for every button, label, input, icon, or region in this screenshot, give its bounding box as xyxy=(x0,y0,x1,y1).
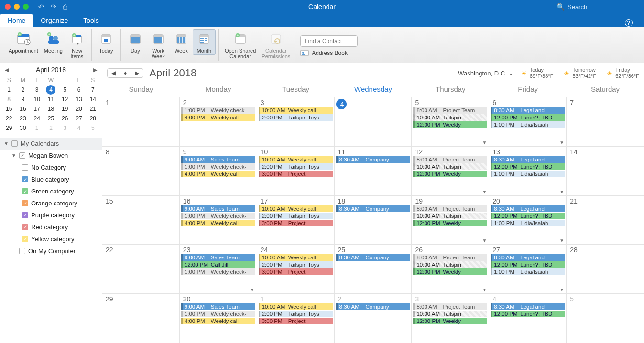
checkbox-icon[interactable]: ✓ xyxy=(22,188,28,194)
event[interactable]: 12:00 PMWeekly xyxy=(413,171,487,177)
help-icon[interactable]: ? xyxy=(625,19,633,27)
event[interactable]: 10:00 AMTailspin xyxy=(413,163,487,170)
event[interactable]: 8:30 AMLegal and xyxy=(491,254,565,261)
open-shared-calendar-button[interactable]: + Open Shared Calendar xyxy=(222,29,259,61)
day-cell[interactable]: 1 xyxy=(102,97,180,147)
mini-day[interactable]: 3 xyxy=(58,123,72,133)
event[interactable]: 8:30 AMLegal and xyxy=(491,156,565,163)
more-events-icon[interactable]: ▼ xyxy=(559,287,564,292)
mini-day[interactable]: 18 xyxy=(44,104,58,114)
event[interactable]: 12:00 PMWeekly xyxy=(413,268,487,275)
mini-day[interactable]: 15 xyxy=(2,104,16,114)
next-month-icon[interactable]: ▶ xyxy=(93,67,97,73)
mini-day[interactable]: 29 xyxy=(2,123,16,133)
new-items-button[interactable]: +▾ New Items xyxy=(65,29,88,61)
mini-day[interactable]: 5 xyxy=(58,85,72,95)
event[interactable]: 9:00 AMSales Team xyxy=(181,156,255,163)
mini-day[interactable]: 12 xyxy=(58,95,72,104)
search-input[interactable] xyxy=(568,3,639,11)
day-cell[interactable]: 28:30 AMCompany xyxy=(335,294,412,343)
redo-icon[interactable]: ↷ xyxy=(51,3,56,11)
event[interactable]: 10:00 AMTailspin xyxy=(413,311,487,317)
day-cell[interactable]: 29 xyxy=(102,294,180,343)
day-cell[interactable]: 38:00 AMProject Team10:00 AMTailspin12:0… xyxy=(412,294,489,343)
day-cell[interactable]: 15 xyxy=(102,196,180,245)
mini-day[interactable]: 1 xyxy=(2,85,16,95)
mini-day[interactable]: 3 xyxy=(30,85,44,95)
event[interactable]: 10:00 AMTailspin xyxy=(413,213,487,219)
maximize-window-icon[interactable] xyxy=(23,4,29,10)
address-book-button[interactable]: Address Book xyxy=(300,50,358,56)
checkbox-icon[interactable]: ✓ xyxy=(22,224,28,230)
prev-month-icon[interactable]: ◀ xyxy=(5,67,9,73)
event[interactable]: 2:00 PMTailspin Toys xyxy=(259,163,333,170)
day-cell[interactable]: 22 xyxy=(102,245,180,294)
event[interactable]: 8:00 AMProject Team xyxy=(413,205,487,212)
checkbox-icon[interactable]: ✓ xyxy=(22,200,28,206)
day-cell[interactable]: 21:00 PMWeekly check-4:00 PMWeekly call xyxy=(180,97,257,147)
event[interactable]: 4:00 PMWeekly call xyxy=(181,318,255,324)
day-cell[interactable]: 99:00 AMSales Team1:00 PMWeekly check-4:… xyxy=(180,147,257,196)
collapse-ribbon-icon[interactable]: ˆ xyxy=(637,20,639,27)
day-cell[interactable]: 278:30 AMLegal and12:00 PMLunch?; TBD1:0… xyxy=(489,245,567,294)
checkbox-icon[interactable] xyxy=(22,164,28,171)
event[interactable]: 9:00 AMSales Team xyxy=(181,303,255,310)
event[interactable]: 10:00 AMWeekly call xyxy=(259,156,333,163)
event[interactable]: 8:00 AMProject Team xyxy=(413,156,487,163)
event[interactable]: 8:30 AMCompany xyxy=(336,156,410,163)
more-events-icon[interactable]: ▼ xyxy=(559,189,564,194)
event[interactable]: 8:30 AMCompany xyxy=(336,205,410,212)
checkbox-icon[interactable]: ✓ xyxy=(19,152,25,159)
mini-day[interactable]: 22 xyxy=(2,114,16,123)
event[interactable]: 1:00 PMWeekly check- xyxy=(181,213,255,219)
event[interactable]: 9:00 AMSales Team xyxy=(181,205,255,212)
category-row[interactable]: No Category xyxy=(0,161,102,173)
event[interactable]: 2:00 PMTailspin Toys xyxy=(259,261,333,268)
event[interactable]: 1:00 PMLidia/Isaiah xyxy=(491,121,565,128)
event[interactable]: 3:00 PMProject xyxy=(259,220,333,226)
event[interactable]: 10:00 AMWeekly call xyxy=(259,107,333,114)
mini-day[interactable]: 5 xyxy=(86,123,100,133)
checkbox-icon[interactable]: ✓ xyxy=(22,212,28,218)
mini-day[interactable]: 14 xyxy=(86,95,100,104)
day-cell[interactable]: 208:30 AMLegal and12:00 PMLunch?; TBD1:0… xyxy=(489,196,567,245)
mini-day[interactable]: 20 xyxy=(72,104,86,114)
event[interactable]: 10:00 AMTailspin xyxy=(413,114,487,121)
more-events-icon[interactable]: ▼ xyxy=(482,287,487,292)
event[interactable]: 9:00 AMSales Team xyxy=(181,254,255,261)
event[interactable]: 8:30 AMLegal and xyxy=(491,107,565,114)
event[interactable]: 12:00 PMLunch?; TBD xyxy=(491,261,565,268)
day-cell[interactable]: 309:00 AMSales Team1:00 PMWeekly check-4… xyxy=(180,294,257,343)
mini-day[interactable]: 1 xyxy=(30,123,44,133)
event[interactable]: 3:00 PMProject xyxy=(259,318,333,324)
checkbox-icon[interactable] xyxy=(19,248,25,254)
event[interactable]: 1:00 PMWeekly check- xyxy=(181,163,255,170)
event[interactable]: 12:00 PMCall Jill xyxy=(181,261,255,268)
find-contact-input[interactable] xyxy=(300,35,358,47)
event[interactable]: 4:00 PMWeekly call xyxy=(181,220,255,226)
day-cell[interactable]: 118:30 AMCompany xyxy=(335,147,412,196)
day-view-button[interactable]: Day xyxy=(124,29,147,55)
week-view-button[interactable]: Week xyxy=(170,29,193,55)
event[interactable]: 12:00 PMWeekly xyxy=(413,220,487,226)
print-icon[interactable]: ⎙ xyxy=(63,3,67,11)
mini-day[interactable]: 23 xyxy=(16,114,30,123)
event[interactable]: 1:00 PMLidia/Isaiah xyxy=(491,220,565,226)
day-cell[interactable]: 188:30 AMCompany xyxy=(335,196,412,245)
category-row[interactable]: ✓Green category xyxy=(0,185,102,197)
event[interactable]: 8:00 AMProject Team xyxy=(413,107,487,114)
checkbox-icon[interactable]: ✓ xyxy=(22,176,28,182)
more-events-icon[interactable]: ▼ xyxy=(482,238,487,243)
mini-day[interactable]: 16 xyxy=(16,104,30,114)
mini-day[interactable]: 6 xyxy=(72,85,86,95)
tree-owner[interactable]: ▼ ✓ Megan Bowen xyxy=(0,150,102,161)
day-cell[interactable]: 138:30 AMLegal and12:00 PMLunch?; TBD1:0… xyxy=(489,147,567,196)
day-cell[interactable]: 128:00 AMProject Team10:00 AMTailspin12:… xyxy=(412,147,489,196)
day-cell[interactable]: 198:00 AMProject Team10:00 AMTailspin12:… xyxy=(412,196,489,245)
event[interactable]: 8:30 AMLegal and xyxy=(491,205,565,212)
day-cell[interactable]: 5 xyxy=(567,294,644,343)
mini-day[interactable]: 25 xyxy=(44,114,58,123)
event[interactable]: 2:00 PMTailspin Toys xyxy=(259,311,333,317)
day-cell[interactable]: 110:00 AMWeekly call2:00 PMTailspin Toys… xyxy=(257,294,335,343)
event[interactable]: 12:00 PMLunch?; TBD xyxy=(491,114,565,121)
